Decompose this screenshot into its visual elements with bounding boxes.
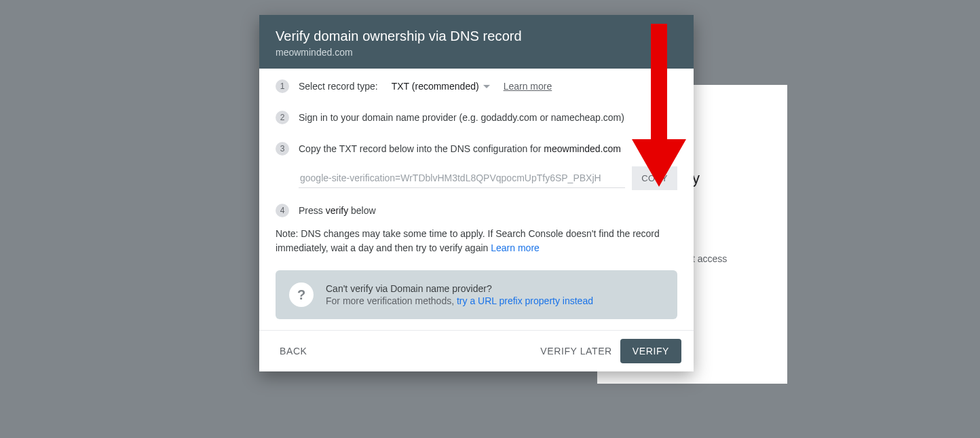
step-number-badge: 2 xyxy=(276,111,289,124)
back-button[interactable]: BACK xyxy=(271,339,316,363)
modal-header: Verify domain ownership via DNS record m… xyxy=(259,15,694,69)
cant-verify-box: ? Can't verify via Domain name provider?… xyxy=(276,270,677,319)
cant-verify-sub: For more verification methods, try a URL… xyxy=(326,295,593,306)
step4-text: Press verify below xyxy=(299,205,376,216)
modal-footer: BACK VERIFY LATER VERIFY xyxy=(259,330,694,371)
step-number-badge: 1 xyxy=(276,79,289,93)
step2-text: Sign in to your domain name provider (e.… xyxy=(299,112,624,123)
step-4: 4 Press verify below xyxy=(276,194,677,224)
step-1: 1 Select record type: TXT (recommended) … xyxy=(276,73,677,100)
txt-record-input[interactable] xyxy=(299,168,625,188)
record-type-value: TXT (recommended) xyxy=(392,81,479,92)
dns-note: Note: DNS changes may take some time to … xyxy=(276,224,677,270)
cant-verify-prefix: For more verification methods, xyxy=(326,295,457,306)
txt-record-row: COPY xyxy=(276,162,677,194)
step3-domain: meowminded.com xyxy=(544,143,621,154)
question-icon: ? xyxy=(289,282,314,307)
record-type-select[interactable]: TXT (recommended) xyxy=(389,79,493,93)
step3-prefix: Copy the TXT record below into the DNS c… xyxy=(299,143,544,154)
note-learn-more-link[interactable]: Learn more xyxy=(491,242,540,253)
step-2: 2 Sign in to your domain name provider (… xyxy=(276,100,677,131)
step4-bold: verify xyxy=(326,205,348,216)
step4-suffix: below xyxy=(348,205,375,216)
verify-domain-modal: Verify domain ownership via DNS record m… xyxy=(259,15,694,371)
step-number-badge: 3 xyxy=(276,142,289,156)
copy-button[interactable]: COPY xyxy=(632,166,677,190)
learn-more-link[interactable]: Learn more xyxy=(504,81,552,92)
cant-verify-title: Can't verify via Domain name provider? xyxy=(326,283,593,294)
verify-later-button[interactable]: VERIFY LATER xyxy=(532,339,620,363)
step1-label: Select record type: xyxy=(299,81,378,92)
step3-text: Copy the TXT record below into the DNS c… xyxy=(299,143,621,154)
step4-prefix: Press xyxy=(299,205,326,216)
step-3: 3 Copy the TXT record below into the DNS… xyxy=(276,131,677,162)
bg-text-2: t access xyxy=(692,253,727,264)
verify-button[interactable]: VERIFY xyxy=(620,339,681,363)
chevron-down-icon xyxy=(483,85,490,88)
step-number-badge: 4 xyxy=(276,204,289,217)
note-text: Note: DNS changes may take some time to … xyxy=(276,228,660,253)
modal-subtitle: meowminded.com xyxy=(276,47,677,58)
url-prefix-link[interactable]: try a URL prefix property instead xyxy=(457,295,593,306)
modal-body: 1 Select record type: TXT (recommended) … xyxy=(259,69,694,322)
modal-title: Verify domain ownership via DNS record xyxy=(276,29,677,44)
